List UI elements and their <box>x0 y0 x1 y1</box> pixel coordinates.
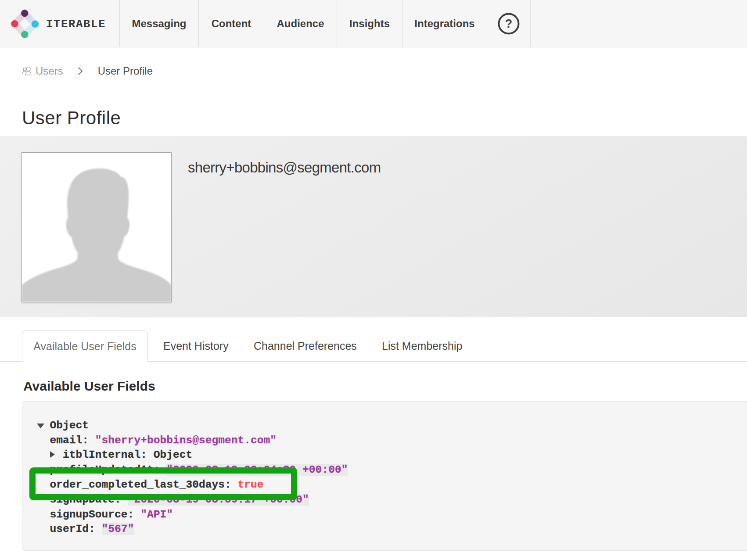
svg-text:?: ? <box>505 17 513 30</box>
